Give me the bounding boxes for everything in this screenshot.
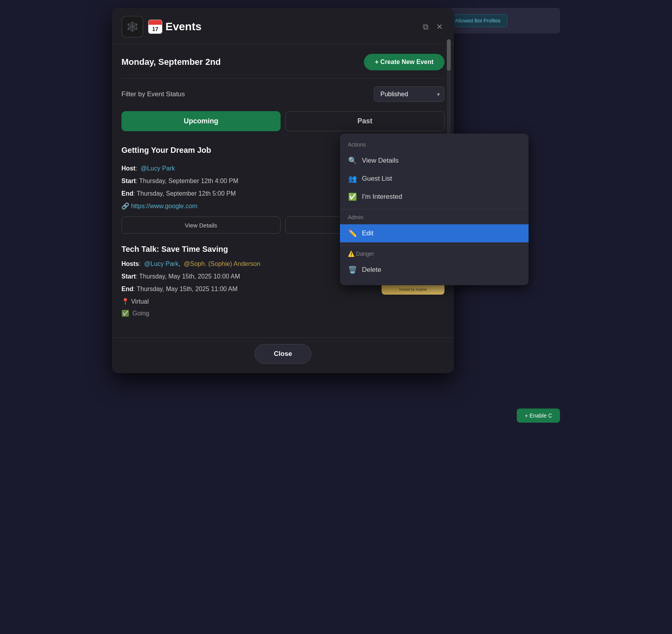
event-start-2: Start: Thursday, May 15th, 2025 10:00 AM [121,272,374,281]
event-title-2: Tech Talk: Save Time Saving [121,245,228,254]
modal-title: Events [165,20,202,33]
page-wrapper: Allowed Bot Profiles 🕸️ 17 Events ⧉ ✕ [112,8,560,431]
event-hosts-2: Hosts: @Lucy Park, @Soph. (Sophie) Ander… [121,259,374,269]
dropdown-guest-list[interactable]: 👥 Guest List [340,170,529,188]
date-heading: Monday, September 2nd [121,57,221,67]
dropdown-view-details-label: View Details [362,157,398,165]
end-label-1: End [121,190,133,197]
view-details-button-1[interactable]: View Details [121,216,281,234]
filter-select-wrapper: All Published Draft Cancelled ▾ [374,86,444,102]
bg-context-panel: Allowed Bot Profiles [442,8,560,33]
close-modal-button[interactable]: Close [255,344,311,364]
calendar-top [149,20,162,25]
event-title-1: Getting Your Dream Job [121,146,211,155]
start-label-2: Start [121,273,136,280]
start-value-2: Thursday, May 15th, 2025 10:00 AM [139,273,240,280]
filter-select[interactable]: All Published Draft Cancelled [374,86,444,102]
dropdown-divider-1 [340,209,529,209]
dropdown-delete[interactable]: 🗑️ Delete [340,261,529,279]
modal-header: 🕸️ 17 Events ⧉ ✕ [112,8,454,44]
app-icon: 🕸️ [121,16,143,38]
checkmark-icon: ✅ [348,192,357,201]
event-end-2: End: Thursday, May 15th, 2025 11:00 AM [121,284,374,294]
filter-row: Filter by Event Status All Published Dra… [121,86,444,102]
dropdown-edit-label: Edit [362,229,373,237]
duplicate-button[interactable]: ⧉ [421,20,430,33]
danger-section-label: ⚠️ Danger [340,249,529,261]
modal-controls: ⧉ ✕ [421,20,444,33]
trash-icon: 🗑️ [348,266,357,274]
tab-upcoming[interactable]: Upcoming [121,111,281,131]
magnifier-icon: 🔍 [348,156,357,165]
create-event-button[interactable]: + Create New Event [364,54,444,70]
calendar-day: 17 [152,25,158,33]
start-value-1: Thursday, September 12th 4:00 PM [139,178,238,184]
pencil-icon: ✏️ [348,229,357,238]
event-location-2: 📍 Virtual [121,297,374,306]
dropdown-view-details[interactable]: 🔍 View Details [340,152,529,170]
tab-row: Upcoming Past [121,111,444,131]
dropdown-menu: Actions 🔍 View Details 👥 Guest List ✅ I'… [340,134,529,285]
dropdown-interested-label: I'm Interested [362,193,402,201]
end-label-2: End [121,286,133,292]
guests-icon: 👥 [348,174,357,183]
calendar-icon-wrapper: 17 [148,20,162,34]
host2-name-2[interactable]: @Soph. (Sophie) Anderson [184,260,261,267]
going-row-2: ✅ Going [121,310,374,317]
going-text-2: Going [132,310,149,317]
second-event-details: Hosts: @Lucy Park, @Soph. (Sophie) Ander… [121,259,374,317]
end-value-2: Thursday, May 15th, 2025 11:00 AM [137,286,238,292]
host-label-1: Host [121,165,136,172]
date-row: Monday, September 2nd + Create New Event [121,54,444,70]
host1-name-2[interactable]: @Lucy Park [144,260,178,267]
host-name-1[interactable]: @Lucy Park [141,165,175,172]
dropdown-guest-list-label: Guest List [362,175,392,183]
admin-section-label: Admin [340,213,529,224]
danger-triangle-icon: ⚠️ [348,251,354,257]
hosts-label-2: Hosts [121,260,139,267]
end-value-1: Thursday, September 12th 5:00 PM [137,190,236,197]
dropdown-divider-2 [340,246,529,246]
start-label-1: Start [121,178,136,184]
event-link-1[interactable]: https://www.google.com [131,203,197,209]
allowed-bot-profiles-btn[interactable]: Allowed Bot Profiles [448,14,507,27]
filter-label: Filter by Event Status [121,90,185,98]
calendar-icon: 17 [148,20,162,34]
actions-section-label: Actions [340,140,529,152]
close-window-button[interactable]: ✕ [435,20,444,33]
location-value-2: Virtual [131,298,149,305]
dropdown-delete-label: Delete [362,266,381,274]
enable-button[interactable]: + Enable C [517,409,560,423]
thumbnail-sub: hosted by Sophie [382,288,444,291]
dropdown-edit[interactable]: ✏️ Edit [340,224,529,242]
dropdown-interested[interactable]: ✅ I'm Interested [340,188,529,206]
modal-footer: Close [112,337,454,373]
header-divider [121,78,444,79]
tab-past[interactable]: Past [285,111,444,131]
